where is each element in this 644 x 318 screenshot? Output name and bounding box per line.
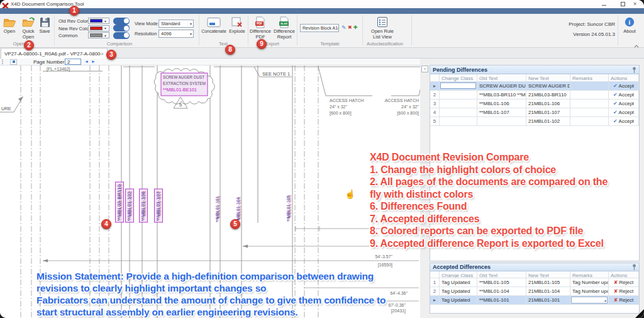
callout-4: 4 — [101, 219, 111, 229]
open-rule-list-button[interactable]: Open Rule List View — [366, 15, 399, 40]
tab-close-icon[interactable]: × — [101, 51, 104, 57]
table-row[interactable]: ▸ SCREW AUGER DUST EXTR... SCREW AUGER D… — [430, 82, 639, 91]
accepted-differences-header[interactable]: Accepted Differences — [430, 263, 639, 271]
callout-3: 3 — [106, 50, 116, 60]
access-hatch-label-2: ACCESS HATCH 24" x 32" [600 x 800] — [385, 98, 419, 116]
difference-report-button[interactable]: XLSX Difference Report — [273, 15, 296, 40]
pager-toolbar-button[interactable] — [10, 59, 17, 65]
pending-differences-header[interactable]: Pending Differences — [430, 65, 639, 74]
column-header[interactable]: Old Text — [477, 74, 526, 82]
column-header[interactable]: Old Text — [477, 271, 526, 278]
table-row[interactable]: 4 **MBL01-107 21MBL01-107 ✔Accept — [430, 108, 639, 117]
column-header[interactable]: New Text — [526, 74, 570, 82]
column-header[interactable]: Change Class — [440, 271, 477, 278]
group-label-comparison: Comparison — [82, 41, 157, 47]
column-header[interactable]: New Text — [526, 271, 570, 278]
template-select[interactable]: Revision Block A1▾ — [300, 24, 339, 32]
panel-title: Accepted Differences — [433, 264, 491, 270]
table-row[interactable]: 5 21MBL01-102 ✔Accept — [430, 117, 639, 126]
old-rev-color-picker[interactable]: ▾ — [88, 18, 109, 24]
reject-button[interactable]: ✘Reject — [609, 287, 639, 296]
close-button[interactable]: × — [633, 0, 636, 8]
accept-button[interactable]: ✔Accept — [609, 117, 639, 126]
change-class-input[interactable] — [440, 82, 476, 89]
group-label-autoclassification: Autoclassification — [360, 41, 410, 47]
svg-text:**MBL01-107: **MBL01-107 — [156, 191, 160, 221]
new-rev-toggle[interactable] — [113, 25, 130, 31]
table-row[interactable]: ▸ Tag Updated **MBL01-101 21MBL01-101 ▾ … — [430, 296, 639, 305]
delete-template-icon[interactable]: ✖ — [348, 25, 352, 31]
new-text-cell: 21MBL01-106 — [526, 99, 570, 108]
old-text-cell: **MBL01-107 — [477, 108, 526, 117]
column-header[interactable]: Change Class — [440, 74, 477, 82]
x-icon: ✘ — [614, 280, 618, 285]
about-button[interactable]: i About — [620, 15, 639, 35]
save-button[interactable]: Save — [36, 15, 53, 35]
diff-tag: **MBL01-101 **MBL01-101 — [215, 195, 221, 222]
new-text-cell: 21MBL01-101 — [526, 296, 570, 305]
chevron-down-icon: ▾ — [104, 19, 106, 23]
column-header[interactable]: Actions — [609, 74, 639, 82]
maximize-button[interactable] — [621, 2, 625, 6]
accept-button[interactable]: ✔Accept — [609, 99, 639, 108]
view-mode-select[interactable]: Standard▾ — [158, 20, 194, 28]
common-color-picker[interactable]: ▾ — [88, 32, 109, 38]
resolution-select[interactable]: 4096▾ — [158, 30, 194, 38]
reject-button[interactable]: ✘Reject — [609, 278, 639, 287]
diff-tag-boxed: **MBL01-106 **MBL01-106 — [140, 189, 148, 222]
table-row[interactable]: 2 **MBL03-BR110 **MBL01-... 21MBL03-BR11… — [430, 91, 639, 99]
explode-icon — [228, 15, 247, 29]
svg-text:**MBL03-BR110: **MBL03-BR110 — [117, 185, 121, 221]
accept-button[interactable]: ✔Accept — [609, 82, 639, 91]
previous-page-icon[interactable]: ◄ — [84, 59, 89, 65]
access-hatch-label-1: ACCESS HATCH 24" x 32" [600 x 800] — [330, 98, 364, 116]
table-row[interactable]: 1 Tag Updated **MBL01-105 21MBL01-105 Ta… — [430, 278, 639, 287]
resize-grip[interactable] — [635, 309, 644, 318]
difference-pdf-button[interactable]: PDF Difference PDF — [249, 15, 272, 40]
explode-button[interactable]: Explode — [228, 15, 247, 34]
version-label: Version 24.05.01.3 — [573, 31, 615, 37]
table-row[interactable]: 2 Tag Updated **MBL01-104 21MBL01-104 Ta… — [430, 287, 639, 296]
open-button[interactable]: Open — [1, 15, 18, 35]
column-header[interactable]: Remarks — [570, 74, 609, 82]
open-folder-icon — [1, 15, 18, 29]
collapse-panel-button[interactable]: - — [421, 65, 428, 72]
document-tab[interactable]: VP27-A-08000-1_R0A6.pdf - VP27-A-08000-1… — [1, 48, 108, 59]
save-floppy-icon — [36, 15, 53, 29]
old-text-cell: **MBL01-101 — [477, 296, 526, 305]
accept-button[interactable]: ✔Accept — [609, 108, 639, 117]
callout-5: 5 — [230, 219, 240, 229]
svg-text:[600 x 800]: [600 x 800] — [330, 111, 352, 116]
reject-button[interactable]: ✘Reject — [609, 296, 639, 305]
toolbar-grip[interactable] — [2, 59, 3, 64]
diff-tag-boxed: **MBL01-102 **MBL01-102 — [126, 189, 134, 222]
svg-text:**MBL01-106: **MBL01-106 — [141, 191, 145, 221]
new-rev-swatch — [90, 26, 103, 30]
accept-button[interactable]: ✔Accept — [609, 91, 639, 99]
next-page-icon[interactable]: ► — [91, 59, 96, 65]
column-header[interactable]: Remarks — [570, 271, 609, 278]
dim-arrow — [43, 259, 48, 263]
group-label-text: Text — [200, 41, 247, 47]
table-row[interactable]: 3 **MBL01-106 21MBL01-106 ✔Accept — [430, 99, 639, 108]
pager-toolbar: Page Number 2 ◄ ► — [0, 59, 420, 65]
new-rev-color-picker[interactable]: ▾ — [88, 25, 109, 31]
chevron-down-icon: ▾ — [104, 26, 106, 30]
minimize-button[interactable] — [602, 2, 606, 6]
callout-9: 9 — [257, 39, 267, 49]
column-header[interactable]: Actions — [609, 271, 639, 278]
page-number-input[interactable]: 2 — [65, 59, 81, 65]
old-rev-toggle[interactable] — [113, 18, 130, 25]
new-text-cell: SCREW AUGER DUST E... — [526, 82, 570, 91]
x-icon: ✘ — [614, 288, 618, 294]
remarks-dropdown[interactable]: ▾ — [571, 297, 608, 304]
add-template-icon[interactable]: ✚ — [353, 25, 358, 31]
old-text-cell: **MBL03-BR110 **MBL01-... — [477, 91, 526, 99]
check-icon: ✔ — [613, 118, 618, 124]
common-toggle[interactable] — [113, 32, 130, 39]
pin-icon[interactable] — [632, 64, 636, 76]
concatenate-button[interactable]: Concatenate — [200, 15, 228, 34]
info-icon: i — [620, 15, 639, 29]
edit-template-icon[interactable]: ✎ — [341, 25, 347, 31]
quick-open-button[interactable]: Quick Open — [18, 15, 38, 40]
